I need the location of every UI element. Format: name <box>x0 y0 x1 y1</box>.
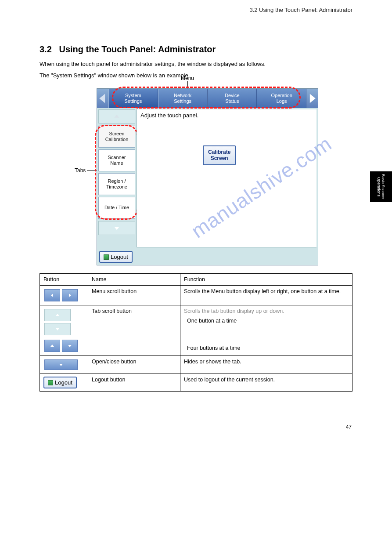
tab-region-timezone[interactable]: Region / Timezone <box>98 173 135 195</box>
tab-scroll-up-4-icon <box>44 340 60 352</box>
header-rule <box>40 31 352 31</box>
svg-marker-10 <box>59 364 63 366</box>
menu-device-status[interactable]: Device Status <box>208 89 257 108</box>
content-title: Adjust the touch panel. <box>137 109 316 121</box>
section-number: 3.2 <box>40 44 52 54</box>
section-title: Using the Touch Panel: Administrator <box>59 44 216 54</box>
touch-panel-figure: Menu Tabs System Settings Network Settin… <box>97 88 325 265</box>
paragraph-1: When using the touch panel for administr… <box>40 60 352 69</box>
open-close-icon <box>44 359 78 370</box>
menu-scroll-left[interactable] <box>97 89 108 108</box>
tab-date-time[interactable]: Date / Time <box>98 197 135 219</box>
button-description-table: Button Name Function Menu scroll button … <box>40 273 352 392</box>
header-breadcrumb: 3.2 Using the Touch Panel: Administrator <box>40 7 352 13</box>
table-row: Logout Logout button Used to logout of t… <box>40 374 352 392</box>
row3-name: Open/close button <box>88 356 180 374</box>
tab-screen-calibration[interactable]: Screen Calibration <box>98 126 135 148</box>
row3-func: Hides or shows the tab. <box>180 356 352 374</box>
logout-icon <box>48 380 53 385</box>
row4-name: Logout button <box>88 374 180 392</box>
th-function: Function <box>180 274 352 286</box>
svg-marker-5 <box>69 294 71 297</box>
menu-scroll-right-icon <box>62 289 78 301</box>
menu-operation-logs[interactable]: Operation Logs <box>257 89 306 108</box>
logout-label: Logout <box>111 254 128 260</box>
row4-func: Used to logout of the current session. <box>180 374 352 392</box>
label-menu: Menu <box>181 75 194 81</box>
row2-func: Scrolls the tab button display up or dow… <box>180 305 352 356</box>
menu-scroll-right[interactable] <box>306 89 318 108</box>
row1-func: Scrolls the Menu button display left or … <box>180 286 352 305</box>
svg-marker-4 <box>51 294 53 297</box>
svg-marker-1 <box>310 94 316 103</box>
touch-panel: System Settings Network Settings Device … <box>97 88 318 265</box>
svg-marker-8 <box>50 345 54 347</box>
side-tab-column: Screen Calibration Scanner Name Region /… <box>97 108 137 249</box>
table-row: Open/close button Hides or shows the tab… <box>40 356 352 374</box>
svg-marker-6 <box>56 314 59 316</box>
tab-scroll-up-icon <box>44 309 71 321</box>
row1-name: Menu scroll button <box>88 286 180 305</box>
svg-marker-2 <box>114 115 119 118</box>
row2-name: Tab scroll button <box>88 305 180 356</box>
table-row: Menu scroll button Scrolls the Menu butt… <box>40 286 352 305</box>
logout-button[interactable]: Logout <box>99 251 133 263</box>
svg-marker-0 <box>99 94 105 103</box>
svg-marker-9 <box>68 345 72 347</box>
tab-scanner-name[interactable]: Scanner Name <box>98 149 135 171</box>
content-area: Adjust the touch panel. Calibrate Screen… <box>137 109 316 247</box>
menu-system-settings[interactable]: System Settings <box>108 89 158 108</box>
label-tabs: Tabs <box>75 167 86 174</box>
th-button: Button <box>40 274 88 286</box>
menu-scroll-left-icon <box>44 289 60 301</box>
paragraph-2: The "System Settings" window shown below… <box>40 71 352 80</box>
svg-marker-3 <box>114 227 119 230</box>
svg-marker-7 <box>56 328 59 330</box>
page-number: 47 <box>343 424 352 430</box>
logout-button-sample: Logout <box>43 377 77 388</box>
tab-scroll-down[interactable] <box>98 221 135 235</box>
menu-bar: System Settings Network Settings Device … <box>97 89 318 108</box>
menu-network-settings[interactable]: Network Settings <box>158 89 208 108</box>
table-row: Tab scroll button Scrolls the tab button… <box>40 305 352 356</box>
calibrate-screen-button[interactable]: Calibrate Screen <box>203 145 236 165</box>
th-name: Name <box>88 274 180 286</box>
tab-scroll-up[interactable] <box>98 109 135 123</box>
logout-icon <box>104 254 109 260</box>
tab-scroll-down-icon <box>44 323 71 335</box>
tab-scroll-down-4-icon <box>62 340 78 352</box>
